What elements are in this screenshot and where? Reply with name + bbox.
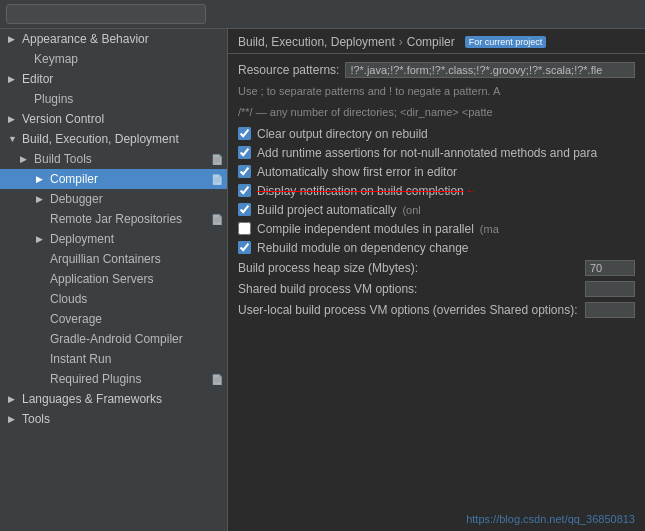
checkbox-runtime-assertions-label: Add runtime assertions for not-null-anno…	[257, 146, 597, 160]
main-container: ▶Appearance & BehaviorKeymap▶EditorPlugi…	[0, 29, 645, 531]
checkbox-show-first-error-label: Automatically show first error in editor	[257, 165, 457, 179]
checkbox-show-first-error[interactable]: Automatically show first error in editor	[238, 165, 635, 179]
watermark: https://blog.csdn.net/qq_36850813	[466, 513, 635, 525]
checkbox-runtime-assertions-input[interactable]	[238, 146, 251, 159]
sidebar-item-label: Tools	[22, 412, 50, 426]
checkbox-parallel-input[interactable]	[238, 222, 251, 235]
hint2: /**/ — any number of directories; <dir_n…	[238, 105, 635, 120]
sidebar-item-appearance[interactable]: ▶Appearance & Behavior	[0, 29, 227, 49]
sidebar-item-build-execution[interactable]: ▼Build, Execution, Deployment	[0, 129, 227, 149]
sidebar-item-label: Editor	[22, 72, 53, 86]
checkbox-clear-output[interactable]: Clear output directory on rebuild	[238, 127, 635, 141]
checkbox-rebuild-module[interactable]: Rebuild module on dependency change	[238, 241, 635, 255]
checkbox-notification-input[interactable]	[238, 184, 251, 197]
tree-arrow-icon: ▶	[8, 394, 22, 404]
project-badge: For current project	[465, 36, 547, 48]
file-icon: 📄	[211, 154, 223, 165]
tree-arrow-icon: ▶	[20, 154, 34, 164]
search-input[interactable]	[6, 4, 206, 24]
sidebar-item-gradle-android[interactable]: Gradle-Android Compiler	[0, 329, 227, 349]
tree-arrow-icon: ▶	[8, 114, 22, 124]
checkbox-parallel[interactable]: Compile independent modules in parallel …	[238, 222, 635, 236]
heap-size-input[interactable]	[585, 260, 635, 276]
red-arrow-annotation: ←	[466, 185, 476, 196]
heap-size-row: Build process heap size (Mbytes):	[238, 260, 635, 276]
sidebar-item-languages[interactable]: ▶Languages & Frameworks	[0, 389, 227, 409]
checkbox-show-first-error-input[interactable]	[238, 165, 251, 178]
tree-arrow-icon: ▶	[36, 234, 50, 244]
sidebar: ▶Appearance & BehaviorKeymap▶EditorPlugi…	[0, 29, 228, 531]
tree-arrow-icon: ▼	[8, 134, 22, 144]
tree-arrow-icon: ▶	[36, 194, 50, 204]
sidebar-item-label: Compiler	[50, 172, 98, 186]
checkbox-notification-label: Display notification on build completion	[257, 184, 464, 198]
sidebar-item-label: Keymap	[34, 52, 78, 66]
tree-arrow-icon: ▶	[36, 174, 50, 184]
checkbox-clear-output-label: Clear output directory on rebuild	[257, 127, 428, 141]
sidebar-item-label: Appearance & Behavior	[22, 32, 149, 46]
user-local-vm-label: User-local build process VM options (ove…	[238, 303, 585, 317]
sidebar-item-app-servers[interactable]: Application Servers	[0, 269, 227, 289]
sidebar-item-editor[interactable]: ▶Editor	[0, 69, 227, 89]
content-header: Build, Execution, Deployment › Compiler …	[228, 29, 645, 54]
sidebar-item-coverage[interactable]: Coverage	[0, 309, 227, 329]
sidebar-item-label: Languages & Frameworks	[22, 392, 162, 406]
sidebar-item-keymap[interactable]: Keymap	[0, 49, 227, 69]
checkbox-build-auto-label: Build project automatically	[257, 203, 396, 217]
sidebar-item-label: Build, Execution, Deployment	[22, 132, 179, 146]
checkbox-parallel-label: Compile independent modules in parallel	[257, 222, 474, 236]
file-icon: 📄	[211, 174, 223, 185]
sidebar-item-tools[interactable]: ▶Tools	[0, 409, 227, 429]
breadcrumb-separator: ›	[399, 35, 403, 49]
sidebar-item-debugger[interactable]: ▶Debugger	[0, 189, 227, 209]
user-local-vm-input[interactable]	[585, 302, 635, 318]
sidebar-item-label: Gradle-Android Compiler	[50, 332, 183, 346]
checkbox-build-auto-input[interactable]	[238, 203, 251, 216]
checkbox-parallel-note: (ma	[480, 223, 499, 235]
tree-arrow-icon: ▶	[8, 74, 22, 84]
hint1: Use ; to separate patterns and ! to nega…	[238, 84, 635, 99]
user-local-vm-row: User-local build process VM options (ove…	[238, 302, 635, 318]
sidebar-item-arquillian[interactable]: Arquillian Containers	[0, 249, 227, 269]
breadcrumb-part2: Compiler	[407, 35, 455, 49]
content-body: Resource patterns: Use ; to separate pat…	[228, 54, 645, 531]
resource-patterns-input[interactable]	[345, 62, 635, 78]
sidebar-item-compiler[interactable]: ▶Compiler📄	[0, 169, 227, 189]
file-icon: 📄	[211, 374, 223, 385]
sidebar-item-label: Arquillian Containers	[50, 252, 161, 266]
sidebar-item-label: Application Servers	[50, 272, 153, 286]
checkbox-build-auto[interactable]: Build project automatically (onl	[238, 203, 635, 217]
sidebar-item-instant-run[interactable]: Instant Run	[0, 349, 227, 369]
content-panel: Build, Execution, Deployment › Compiler …	[228, 29, 645, 531]
sidebar-item-label: Debugger	[50, 192, 103, 206]
shared-vm-input[interactable]	[585, 281, 635, 297]
sidebar-item-clouds[interactable]: Clouds	[0, 289, 227, 309]
sidebar-item-label: Required Plugins	[50, 372, 141, 386]
checkbox-notification[interactable]: Display notification on build completion…	[238, 184, 635, 198]
sidebar-item-label: Build Tools	[34, 152, 92, 166]
breadcrumb-part1: Build, Execution, Deployment	[238, 35, 395, 49]
checkbox-rebuild-module-input[interactable]	[238, 241, 251, 254]
shared-vm-label: Shared build process VM options:	[238, 282, 585, 296]
tree-arrow-icon: ▶	[8, 34, 22, 44]
sidebar-item-version-control[interactable]: ▶Version Control	[0, 109, 227, 129]
heap-size-label: Build process heap size (Mbytes):	[238, 261, 585, 275]
sidebar-item-label: Version Control	[22, 112, 104, 126]
checkbox-clear-output-input[interactable]	[238, 127, 251, 140]
sidebar-item-label: Deployment	[50, 232, 114, 246]
sidebar-item-deployment[interactable]: ▶Deployment	[0, 229, 227, 249]
sidebar-item-label: Remote Jar Repositories	[50, 212, 182, 226]
resource-patterns-label: Resource patterns:	[238, 63, 339, 77]
sidebar-item-label: Instant Run	[50, 352, 111, 366]
checkbox-rebuild-module-label: Rebuild module on dependency change	[257, 241, 469, 255]
shared-vm-row: Shared build process VM options:	[238, 281, 635, 297]
sidebar-item-plugins[interactable]: Plugins	[0, 89, 227, 109]
sidebar-item-remote-jar[interactable]: Remote Jar Repositories📄	[0, 209, 227, 229]
search-bar	[0, 0, 645, 29]
sidebar-item-required-plugins[interactable]: Required Plugins📄	[0, 369, 227, 389]
resource-patterns-row: Resource patterns:	[238, 62, 635, 78]
sidebar-item-label: Coverage	[50, 312, 102, 326]
sidebar-item-label: Clouds	[50, 292, 87, 306]
checkbox-runtime-assertions[interactable]: Add runtime assertions for not-null-anno…	[238, 146, 635, 160]
sidebar-item-build-tools[interactable]: ▶Build Tools📄	[0, 149, 227, 169]
